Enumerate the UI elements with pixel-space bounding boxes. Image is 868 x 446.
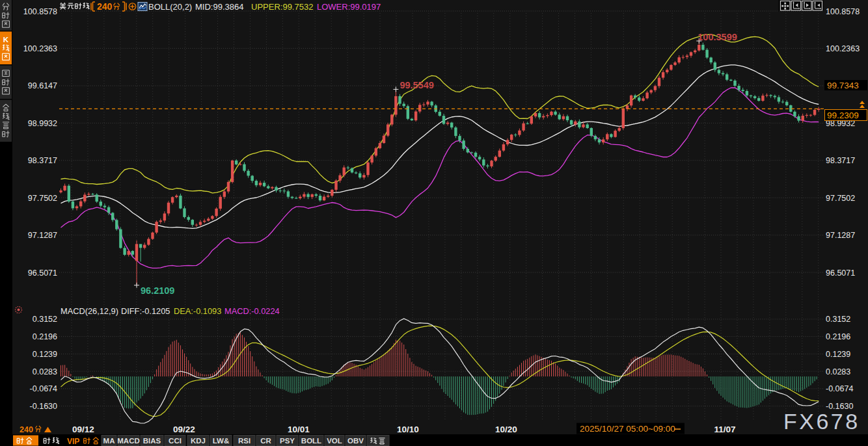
- svg-text:98.3717: 98.3717: [28, 156, 57, 165]
- svg-text:96.5071: 96.5071: [826, 269, 855, 278]
- svg-text:240: 240: [97, 1, 113, 12]
- svg-text:LOWER:99.0197: LOWER:99.0197: [317, 2, 381, 12]
- svg-text:MACD: MACD: [117, 437, 140, 445]
- svg-text:BOLL(20,2): BOLL(20,2): [148, 2, 192, 12]
- svg-text:BIAS: BIAS: [143, 437, 161, 445]
- svg-text:-0.0674: -0.0674: [30, 384, 57, 393]
- svg-text:100.2363: 100.2363: [826, 44, 860, 53]
- svg-text:DIFF:-0.1205: DIFF:-0.1205: [121, 306, 170, 316]
- svg-text:0.2196: 0.2196: [826, 332, 850, 341]
- svg-text:0.1239: 0.1239: [826, 350, 850, 359]
- svg-text:MID:99.3864: MID:99.3864: [195, 2, 243, 12]
- svg-text:97.7502: 97.7502: [28, 194, 57, 203]
- svg-text:0.3152: 0.3152: [826, 315, 850, 324]
- svg-text:CR: CR: [260, 437, 271, 445]
- svg-text:0.2196: 0.2196: [33, 332, 57, 341]
- svg-text:0.0283: 0.0283: [826, 367, 850, 376]
- svg-text:99.7343: 99.7343: [827, 81, 859, 90]
- svg-text:0.0283: 0.0283: [33, 367, 57, 376]
- svg-text:09/12: 09/12: [72, 425, 94, 434]
- svg-text:LW&: LW&: [213, 437, 230, 445]
- svg-text:10/10: 10/10: [397, 425, 419, 434]
- svg-text:PSY: PSY: [280, 437, 295, 445]
- svg-text:97.1287: 97.1287: [826, 231, 855, 240]
- svg-text:10/20: 10/20: [495, 425, 517, 434]
- svg-text:97.1287: 97.1287: [28, 231, 57, 240]
- svg-text:99.5549: 99.5549: [400, 80, 433, 90]
- svg-text:VIP: VIP: [67, 437, 79, 446]
- svg-text:RSI: RSI: [238, 437, 251, 445]
- svg-text:100.8578: 100.8578: [23, 7, 57, 16]
- svg-text:CCI: CCI: [169, 437, 182, 445]
- svg-text:-0.0674: -0.0674: [826, 384, 853, 393]
- svg-text:99.2309: 99.2309: [827, 111, 859, 120]
- svg-text:99.6147: 99.6147: [28, 81, 57, 90]
- svg-text:MACD(26,12,9): MACD(26,12,9): [61, 306, 118, 316]
- svg-text:0.3152: 0.3152: [33, 315, 57, 324]
- svg-text:MA: MA: [103, 437, 115, 445]
- svg-text:OBV: OBV: [347, 437, 364, 445]
- svg-text:98.3717: 98.3717: [826, 156, 855, 165]
- svg-text:K: K: [3, 36, 9, 44]
- svg-text:09/22: 09/22: [173, 425, 195, 434]
- svg-text:MACD:-0.0224: MACD:-0.0224: [224, 306, 280, 316]
- svg-text:DEA:-0.1093: DEA:-0.1093: [174, 306, 221, 316]
- svg-text:98.9932: 98.9932: [28, 119, 57, 128]
- svg-text:96.2109: 96.2109: [141, 285, 174, 296]
- svg-text:240: 240: [20, 425, 33, 434]
- svg-text:FX678: FX678: [783, 409, 860, 434]
- svg-text:100.8578: 100.8578: [826, 7, 860, 16]
- svg-text:KDJ: KDJ: [191, 437, 206, 445]
- svg-text:2025/10/27 05:00~09:00: 2025/10/27 05:00~09:00: [580, 424, 675, 434]
- svg-text:-0.1630: -0.1630: [30, 402, 57, 411]
- svg-text:100.2363: 100.2363: [23, 44, 57, 53]
- svg-text:97.7502: 97.7502: [826, 194, 855, 203]
- svg-text:10/01: 10/01: [288, 425, 310, 434]
- svg-text:BOLL: BOLL: [301, 437, 321, 445]
- svg-text:100.3599: 100.3599: [698, 32, 737, 42]
- svg-text:11/07: 11/07: [714, 425, 735, 434]
- svg-text:VOL: VOL: [327, 437, 342, 445]
- svg-text:96.5071: 96.5071: [28, 269, 57, 278]
- svg-text:UPPER:99.7532: UPPER:99.7532: [251, 2, 313, 12]
- svg-text:0.1239: 0.1239: [33, 350, 57, 359]
